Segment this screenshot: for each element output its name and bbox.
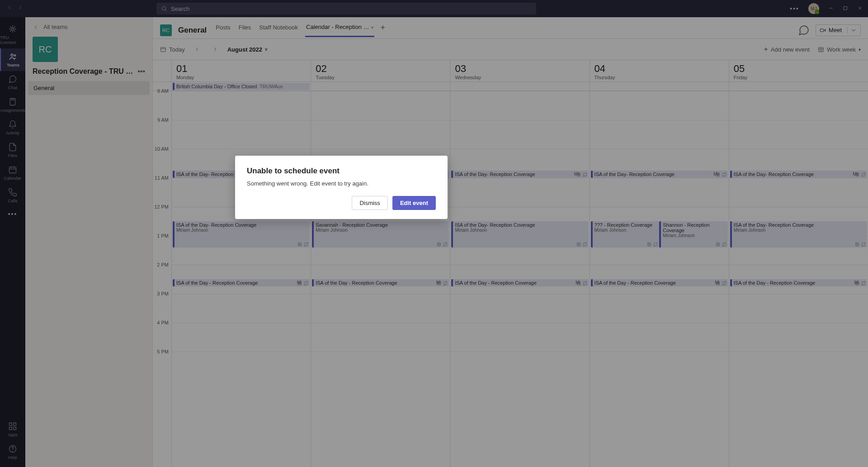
error-modal: Unable to schedule event Something went … xyxy=(235,156,448,219)
modal-scrim[interactable] xyxy=(0,0,868,467)
edit-event-button[interactable]: Edit event xyxy=(392,196,436,210)
modal-title: Unable to schedule event xyxy=(247,167,436,176)
modal-body: Something went wrong. Edit event to try … xyxy=(247,180,436,187)
dismiss-button[interactable]: Dismiss xyxy=(352,196,388,210)
